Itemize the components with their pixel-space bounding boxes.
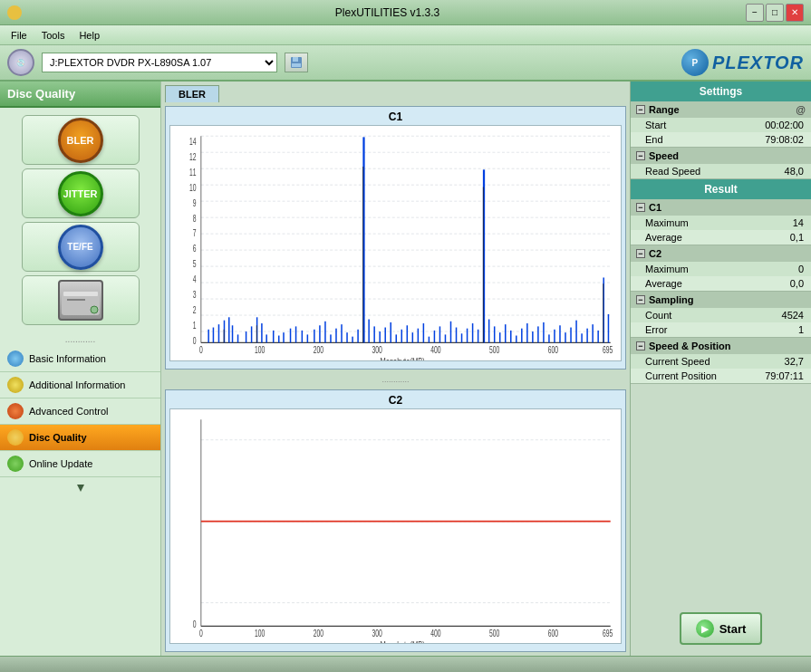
menu-help[interactable]: Help bbox=[72, 28, 107, 43]
svg-rect-78 bbox=[384, 328, 386, 343]
sidebar-item-update[interactable]: Online Update bbox=[0, 451, 160, 477]
basic-label: Basic Information bbox=[29, 353, 106, 364]
save-button[interactable] bbox=[285, 53, 308, 72]
window-controls: − □ ✕ bbox=[746, 4, 804, 22]
jitter-icon: JITTER bbox=[58, 171, 103, 216]
maximize-button[interactable]: □ bbox=[766, 4, 784, 22]
menu-file[interactable]: File bbox=[4, 28, 34, 43]
svg-rect-94 bbox=[472, 323, 474, 342]
svg-rect-1 bbox=[293, 57, 298, 62]
c1-max-value: 14 bbox=[793, 217, 804, 228]
svg-text:600: 600 bbox=[548, 344, 558, 355]
svg-rect-81 bbox=[401, 330, 403, 343]
svg-rect-66 bbox=[319, 325, 321, 342]
sidebar-item-additional[interactable]: Additional Information bbox=[0, 372, 160, 398]
range-section: − Range @ Start 00:02:00 End 79:08:02 bbox=[631, 101, 811, 148]
error-row: Error 1 bbox=[631, 322, 811, 337]
current-position-row: Current Position 79:07:11 bbox=[631, 369, 811, 383]
range-label: Range bbox=[649, 104, 680, 115]
svg-rect-80 bbox=[396, 334, 398, 342]
update-icon bbox=[7, 456, 24, 472]
read-speed-value: 48,0 bbox=[785, 166, 804, 177]
svg-rect-54 bbox=[251, 326, 253, 342]
sidebar-item-disc[interactable]: Disc Quality bbox=[0, 425, 160, 451]
svg-rect-77 bbox=[379, 331, 381, 342]
expand-button[interactable] bbox=[72, 481, 90, 497]
svg-text:100: 100 bbox=[255, 344, 265, 355]
svg-text:12: 12 bbox=[189, 152, 197, 163]
c2-avg-label: Average bbox=[645, 278, 682, 289]
speed-section: − Speed Read Speed 48,0 bbox=[631, 148, 811, 179]
count-label: Count bbox=[645, 310, 671, 321]
svg-rect-57 bbox=[266, 334, 267, 342]
tefe-button[interactable]: TE/FE bbox=[22, 222, 140, 272]
at-sign[interactable]: @ bbox=[796, 104, 806, 115]
bler-button[interactable]: BLER bbox=[22, 115, 140, 165]
sampling-header: − Sampling bbox=[631, 292, 811, 308]
svg-text:8: 8 bbox=[193, 213, 197, 224]
speed-pos-collapse[interactable]: − bbox=[636, 341, 645, 350]
close-button[interactable]: ✕ bbox=[786, 4, 804, 22]
svg-rect-72 bbox=[352, 337, 353, 343]
drive-select[interactable]: J:PLEXTOR DVDR PX-L890SA 1.07 bbox=[42, 53, 277, 72]
svg-rect-56 bbox=[261, 323, 263, 342]
svg-rect-62 bbox=[295, 326, 297, 342]
range-collapse[interactable]: − bbox=[636, 105, 645, 114]
app-icon bbox=[7, 5, 22, 20]
svg-rect-112 bbox=[570, 328, 572, 343]
svg-text:3: 3 bbox=[193, 290, 197, 301]
c1-collapse[interactable]: − bbox=[636, 203, 645, 212]
svg-rect-91 bbox=[456, 328, 458, 343]
svg-rect-97 bbox=[488, 320, 490, 343]
disc-quality-icon bbox=[7, 429, 24, 446]
svg-rect-89 bbox=[445, 334, 447, 342]
svg-rect-88 bbox=[439, 326, 441, 342]
sampling-collapse[interactable]: − bbox=[636, 295, 645, 304]
plextor-logo-icon: P bbox=[681, 49, 709, 76]
svg-rect-101 bbox=[510, 331, 512, 342]
tab-bler[interactable]: BLER bbox=[165, 85, 219, 102]
c1-result-header: − C1 bbox=[631, 199, 811, 216]
drive-button[interactable] bbox=[22, 275, 140, 325]
svg-rect-70 bbox=[341, 324, 343, 342]
speed-header: − Speed bbox=[631, 148, 811, 164]
svg-rect-75 bbox=[368, 320, 370, 343]
start-button[interactable]: ▶ Start bbox=[680, 612, 763, 645]
toolbar: 💿 J:PLEXTOR DVDR PX-L890SA 1.07 P PLEXTO… bbox=[0, 45, 811, 82]
svg-text:400: 400 bbox=[430, 628, 440, 638]
svg-rect-4 bbox=[63, 292, 98, 296]
svg-rect-47 bbox=[213, 328, 215, 343]
update-label: Online Update bbox=[29, 458, 92, 469]
svg-rect-119 bbox=[608, 314, 610, 342]
tefe-icon: TE/FE bbox=[58, 225, 103, 270]
svg-rect-60 bbox=[283, 332, 285, 342]
svg-text:10: 10 bbox=[189, 183, 197, 194]
svg-rect-110 bbox=[559, 325, 561, 342]
minimize-button[interactable]: − bbox=[746, 4, 764, 22]
svg-rect-67 bbox=[324, 322, 326, 343]
svg-rect-58 bbox=[273, 331, 275, 342]
menu-tools[interactable]: Tools bbox=[34, 28, 72, 43]
speed-collapse[interactable]: − bbox=[636, 151, 645, 160]
c1-avg-label: Average bbox=[645, 232, 682, 243]
jitter-button[interactable]: JITTER bbox=[22, 168, 140, 218]
right-panel: Settings − Range @ Start 00:02:00 End 79… bbox=[630, 82, 811, 656]
svg-rect-92 bbox=[461, 333, 463, 342]
plextor-logo: P PLEXTOR bbox=[681, 49, 804, 76]
svg-text:0: 0 bbox=[199, 628, 203, 638]
svg-rect-65 bbox=[314, 330, 315, 343]
sidebar: Disc Quality BLER JITTER TE/FE bbox=[0, 82, 161, 656]
speed-position-label: Speed & Position bbox=[649, 341, 730, 351]
svg-rect-93 bbox=[467, 329, 468, 343]
disc-quality-label: Disc Quality bbox=[29, 432, 87, 443]
c2-collapse[interactable]: − bbox=[636, 249, 645, 258]
drive-test-icon bbox=[58, 280, 103, 321]
basic-icon bbox=[7, 350, 24, 367]
svg-rect-111 bbox=[565, 332, 566, 342]
advanced-icon bbox=[7, 403, 24, 419]
sidebar-item-basic[interactable]: Basic Information bbox=[0, 346, 160, 372]
c2-result-section: − C2 Maximum 0 Average 0,0 bbox=[631, 245, 811, 292]
svg-rect-106 bbox=[537, 326, 539, 342]
svg-rect-6 bbox=[67, 299, 85, 301]
sidebar-item-advanced[interactable]: Advanced Control bbox=[0, 398, 160, 425]
